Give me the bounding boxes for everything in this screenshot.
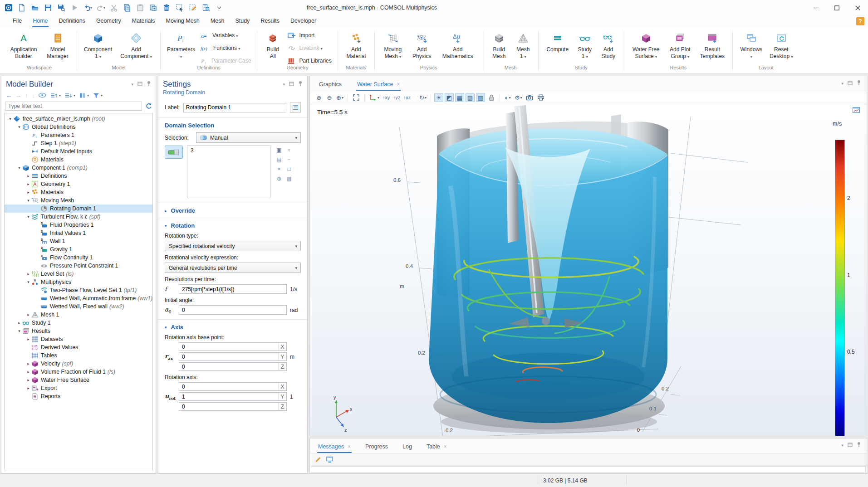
paint-selection-button[interactable] (187, 2, 199, 14)
new-file-button[interactable] (16, 2, 28, 14)
tree-item-geometry-1[interactable]: ▸AGeometry 1 (5, 180, 152, 188)
messages-tab-table[interactable]: Table× (426, 440, 448, 453)
search-button[interactable] (200, 2, 212, 14)
tree-item-velocity[interactable]: ▸Velocity(spf) (5, 360, 152, 368)
transparency-button[interactable]: ◐▾ (503, 93, 512, 102)
ribbon-tab-results[interactable]: Results (255, 16, 285, 27)
section-rotation[interactable]: ▾ Rotation (165, 222, 301, 229)
tree-item-reports[interactable]: Reports (5, 392, 152, 400)
tree-expand-icon[interactable]: ▸ (25, 174, 31, 178)
save-button[interactable] (42, 2, 54, 14)
ribbon-tab-materials[interactable]: Materials (127, 16, 161, 27)
tree-expand-icon[interactable]: ▸ (25, 361, 31, 366)
undo-button[interactable]: ▾ (82, 2, 93, 14)
create-selection-button[interactable]: □ (284, 165, 294, 173)
zoom-out-button[interactable]: ⊖ (325, 93, 334, 102)
clear-selection-button[interactable]: × (275, 165, 284, 173)
tree-item-initial-values-1[interactable]: DInitial Values 1 (5, 229, 152, 237)
ribbon-tab-file[interactable]: File (7, 16, 27, 27)
lock-button[interactable] (486, 93, 496, 102)
float-icon[interactable] (848, 81, 853, 86)
select-button[interactable] (174, 2, 186, 14)
filter-input[interactable] (5, 102, 142, 111)
build-all-button[interactable]: BuildAll (261, 30, 284, 60)
show-grid-button[interactable]: ▦ (455, 93, 464, 102)
redo-button[interactable]: ▾ (95, 2, 107, 14)
ribbon-tab-definitions[interactable]: Definitions (54, 16, 91, 27)
down-arrow-button[interactable]: ↓ (32, 93, 35, 98)
study-1-button[interactable]: Study1 ▾ (574, 30, 596, 60)
scene-settings-button[interactable]: ⚙▾ (514, 93, 523, 102)
windows-button[interactable]: Windows▾ (737, 30, 766, 60)
go-to-default-view-button[interactable]: ▾ (368, 93, 380, 102)
messages-content[interactable] (311, 466, 866, 472)
show-eye-button[interactable] (38, 92, 46, 98)
refresh-icon[interactable] (145, 102, 152, 111)
back-arrow-button[interactable]: ← (6, 93, 12, 98)
tree-item-free-surface-mixer-ls-mph[interactable]: ▾free_surface_mixer_ls.mph(root) (5, 115, 152, 123)
tree-expand-icon[interactable]: ▸ (25, 370, 31, 374)
add-physics-button[interactable]: AddPhysics (408, 30, 436, 60)
ribbon-tab-mesh[interactable]: Mesh (205, 16, 230, 27)
axis-y-input[interactable] (179, 393, 278, 400)
view-xy-button[interactable]: ↑xy (382, 93, 391, 102)
close-icon[interactable]: × (397, 81, 400, 88)
columns-button[interactable]: ▾ (79, 92, 89, 99)
tree-item-export[interactable]: ▸Export (5, 384, 152, 392)
axis-z-input[interactable] (179, 403, 278, 410)
remove-from-selection-button[interactable]: − (284, 155, 294, 164)
environment-reflections-button[interactable]: ◩ (445, 93, 454, 102)
component-1-button[interactable]: Component1 ▾ (81, 30, 115, 60)
open-in-window-button[interactable] (326, 456, 334, 463)
tree-expand-icon[interactable]: ▸ (25, 272, 31, 276)
mesh-1-button[interactable]: Mesh1 ▾ (512, 30, 534, 60)
model-manager-button[interactable]: ModelManager (43, 30, 73, 60)
image-snapshot-button[interactable] (525, 93, 535, 102)
messages-tab-progress[interactable]: Progress (364, 440, 389, 453)
result-templates-button[interactable]: ResultTemplates (696, 30, 728, 60)
tree-item-materials[interactable]: ▸Materials (5, 188, 152, 196)
tree-item-turbulent-flow-k-[interactable]: ▾Turbulent Flow, k-ε(spf) (5, 213, 152, 221)
show-material-color-button[interactable]: ▨ (466, 93, 475, 102)
section-axis[interactable]: ▾ Axis (165, 324, 301, 331)
tree-item-component-1[interactable]: ▾Component 1(comp1) (5, 164, 152, 172)
open-button[interactable] (29, 2, 41, 14)
functions-button[interactable]: f(x)Functions ▾ (199, 44, 253, 52)
tree-collapse-icon[interactable]: ▾ (25, 280, 31, 284)
rotate-button[interactable]: ↻▾ (418, 93, 427, 102)
tree-collapse-icon[interactable]: ▾ (16, 125, 22, 129)
ribbon-tab-developer[interactable]: Developer (285, 16, 322, 27)
tree-item-study-1[interactable]: ▸Study 1 (5, 319, 152, 327)
tree-item-materials[interactable]: Materials (5, 156, 152, 164)
tree-item-rotating-domain-1[interactable]: Rotating Domain 1 (5, 205, 152, 213)
view-yz-button[interactable]: ↑yz (392, 93, 401, 102)
ribbon-tab-study[interactable]: Study (230, 16, 255, 27)
tree-expand-icon[interactable]: ▸ (25, 312, 31, 317)
tree-collapse-icon[interactable]: ▾ (16, 166, 22, 170)
add-component-button[interactable]: AddComponent ▾ (116, 30, 156, 60)
zoom-box-button[interactable]: ⊕▾ (335, 93, 344, 102)
minimize-button[interactable] (805, 0, 826, 15)
cut-button[interactable] (108, 2, 120, 14)
ribbon-tab-moving-mesh[interactable]: Moving Mesh (160, 16, 205, 27)
pin-icon[interactable] (298, 81, 303, 88)
zoom-to-selection-button[interactable]: ⊕ (275, 174, 284, 183)
tree-item-definitions[interactable]: ▸Definitions (5, 172, 152, 180)
duplicate-button[interactable] (147, 2, 159, 14)
axis-x-input[interactable] (179, 383, 278, 390)
section-domain-selection[interactable]: Domain Selection (165, 122, 301, 129)
application-builder-button[interactable]: AApplicationBuilder (6, 30, 41, 60)
zoom-extents-button[interactable] (351, 93, 361, 102)
add-to-selection-button[interactable]: + (284, 146, 294, 154)
select-box-button[interactable]: ▧ (284, 174, 294, 183)
tree-item-tables[interactable]: Tables (5, 351, 152, 360)
tree-expand-icon[interactable]: ▸ (16, 321, 22, 325)
tree-item-gravity-1[interactable]: DGravity 1 (5, 245, 152, 253)
graphics-canvas[interactable]: Time=5.5 s (310, 104, 867, 436)
velocity-expression-combo[interactable]: General revolutions per time ▾ (165, 263, 301, 273)
selection-combo[interactable]: Manual ▾ (196, 132, 301, 143)
tree-item-moving-mesh[interactable]: ▾Moving Mesh (5, 196, 152, 205)
tree-collapse-icon[interactable]: ▾ (25, 214, 31, 219)
paste-selection-button[interactable]: ▤ (275, 155, 284, 164)
tree-item-fluid-properties-1[interactable]: DFluid Properties 1 (5, 221, 152, 229)
